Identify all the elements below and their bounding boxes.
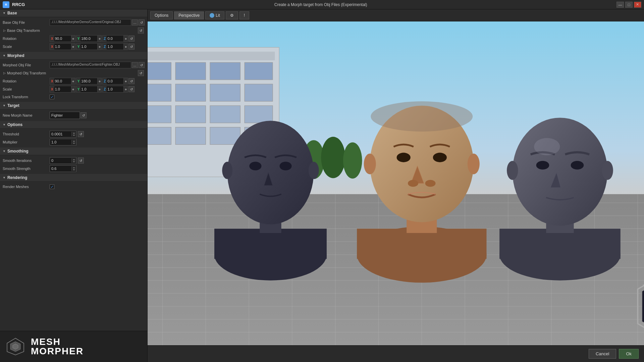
- threshold-down[interactable]: ▼: [72, 134, 76, 136]
- base-scale-reset[interactable]: ↺: [128, 44, 135, 50]
- ok-button[interactable]: Ok: [619, 349, 639, 359]
- morphed-rotation-z-input[interactable]: [107, 78, 123, 84]
- perspective-button[interactable]: Perspective: [174, 11, 204, 19]
- info-icon: !: [244, 13, 245, 18]
- morphed-obj-file-reset[interactable]: ↺: [139, 62, 145, 68]
- section-target-header[interactable]: ▼ Target: [0, 102, 147, 110]
- minimize-button[interactable]: —: [616, 2, 624, 8]
- section-target-label: Target: [7, 103, 19, 108]
- morphed-transform-triangle: ▷: [3, 71, 6, 75]
- new-morph-name-reset[interactable]: ↺: [80, 112, 87, 118]
- section-morphed-content: Morphed Obj File ././././MeshMorpherDemo…: [0, 60, 147, 102]
- base-scale-y-input[interactable]: [80, 44, 97, 50]
- morphed-scale-x-spin[interactable]: ◆: [71, 86, 75, 92]
- svg-point-82: [571, 161, 584, 170]
- base-rotation-x-input[interactable]: [54, 36, 71, 42]
- new-morph-name-label: New Morph Name: [3, 113, 50, 117]
- smooth-strength-up[interactable]: ▲: [72, 166, 76, 169]
- morphed-scale-y-spin[interactable]: ◆: [97, 86, 101, 92]
- section-smoothing-content: Smooth Iterations 0 ▲ ▼ ↺ Smooth Strengt…: [0, 155, 147, 174]
- smooth-strength-input[interactable]: 0.6: [50, 167, 71, 171]
- section-rendering-header[interactable]: ▼ Rendering: [0, 174, 147, 182]
- close-button[interactable]: ✕: [634, 2, 641, 8]
- morphed-rotation-y-input[interactable]: [80, 78, 97, 84]
- lock-transform-checkbox[interactable]: [50, 95, 54, 99]
- multiplier-input[interactable]: 1.0: [50, 140, 71, 144]
- svg-rect-7: [148, 62, 171, 80]
- svg-rect-67: [357, 229, 486, 259]
- morphed-scale-y-input[interactable]: [80, 86, 97, 92]
- section-morphed-header[interactable]: ▼ Morphed: [0, 52, 147, 60]
- new-morph-name-input[interactable]: [50, 112, 80, 119]
- morphed-rotation-z-spin[interactable]: ◆: [123, 78, 127, 84]
- base-obj-file-reset[interactable]: ↺: [139, 19, 145, 25]
- my-label: Y: [76, 78, 81, 84]
- svg-point-61: [227, 121, 314, 224]
- section-base-header[interactable]: ▼ Base: [0, 9, 147, 17]
- info-button[interactable]: !: [239, 11, 249, 19]
- base-scale-z-input[interactable]: [107, 44, 123, 50]
- svg-rect-5: [148, 52, 275, 60]
- brand-line1: MESH: [31, 337, 84, 347]
- morphed-rotation-x-spin[interactable]: ◆: [71, 78, 75, 84]
- z-label2: Z: [103, 44, 107, 50]
- morphed-scale-x-input[interactable]: [54, 86, 71, 92]
- x-label2: X: [50, 44, 54, 50]
- base-scale-z-spin[interactable]: ◆: [123, 44, 127, 50]
- threshold-reset[interactable]: ↺: [78, 131, 84, 137]
- base-transform-reset[interactable]: ↺: [138, 27, 144, 34]
- base-rotation-z-input[interactable]: [107, 36, 123, 42]
- base-rotation-reset[interactable]: ↺: [128, 36, 135, 42]
- lit-button[interactable]: Lit: [205, 11, 224, 19]
- smooth-strength-spinbox: 0.6 ▲ ▼: [50, 165, 76, 172]
- base-rotation-z-spin[interactable]: ◆: [123, 36, 127, 42]
- morphed-scale-z-spin[interactable]: ◆: [123, 86, 127, 92]
- multiplier-up[interactable]: ▲: [72, 140, 76, 142]
- smooth-iterations-input[interactable]: 0: [50, 159, 71, 163]
- settings-button[interactable]: ⚙: [226, 11, 238, 19]
- morphed-obj-file-input[interactable]: ././././MeshMorpherDemo/Content/Fighter.…: [50, 62, 131, 68]
- morphed-scale-z-input[interactable]: [107, 86, 123, 92]
- threshold-spinbox: 0.0001 ▲ ▼: [50, 131, 76, 137]
- base-transform-header[interactable]: ▷ Base Obj Transform ↺: [3, 26, 145, 35]
- section-smoothing-header[interactable]: ▼ Smoothing: [0, 147, 147, 155]
- svg-rect-18: [175, 106, 206, 123]
- morphed-rotation-x-input[interactable]: [54, 78, 71, 84]
- morphed-rotation-y-spin[interactable]: ◆: [97, 78, 101, 84]
- base-obj-file-input[interactable]: ././././MeshMorpherDemo/Content/Original…: [50, 19, 131, 26]
- svg-rect-59: [214, 229, 327, 259]
- lock-transform-label: Lock Transform: [3, 95, 50, 99]
- morphed-scale-y-item: Y ◆: [76, 86, 102, 93]
- left-panel: ▼ Base Base Obj File ././././MeshMorpher…: [0, 9, 148, 362]
- options-button[interactable]: Options: [150, 11, 173, 19]
- base-scale-y-spin[interactable]: ◆: [97, 44, 101, 50]
- base-scale-x-spin[interactable]: ◆: [71, 44, 75, 50]
- smooth-iterations-up[interactable]: ▲: [72, 158, 76, 161]
- viewport-canvas[interactable]: X Y Z ★ ★ EPIC: [148, 21, 644, 345]
- app-logo: R: [3, 1, 9, 8]
- y-label2: Y: [76, 44, 81, 50]
- morphed-obj-file-browse[interactable]: …: [132, 62, 138, 68]
- morphed-scale-reset[interactable]: ↺: [128, 86, 135, 92]
- smooth-strength-down[interactable]: ▼: [72, 169, 76, 171]
- base-scale-x-input[interactable]: [54, 44, 71, 50]
- morphed-transform-reset[interactable]: ↺: [138, 70, 144, 76]
- base-scale-label: Scale: [3, 45, 50, 49]
- threshold-up[interactable]: ▲: [72, 132, 76, 134]
- multiplier-down[interactable]: ▼: [72, 142, 76, 144]
- morphed-rotation-reset[interactable]: ↺: [128, 78, 135, 84]
- render-meshes-checkbox[interactable]: [50, 184, 54, 189]
- maximize-button[interactable]: □: [625, 2, 633, 8]
- threshold-input[interactable]: 0.0001: [50, 132, 71, 136]
- morphed-transform-header[interactable]: ▷ Morphed Obj Transform ↺: [3, 69, 145, 77]
- smooth-iterations-reset[interactable]: ↺: [78, 158, 84, 164]
- base-scale-row: Scale X ◆ Y ◆ Z ◆: [3, 43, 145, 51]
- section-options-header[interactable]: ▼ Options: [0, 121, 147, 129]
- base-rotation-y-spin[interactable]: ◆: [97, 36, 101, 42]
- smooth-iterations-down[interactable]: ▼: [72, 161, 76, 163]
- cancel-button[interactable]: Cancel: [589, 349, 616, 359]
- base-rotation-x-spin[interactable]: ◆: [71, 36, 75, 42]
- base-rotation-y-input[interactable]: [80, 36, 97, 42]
- base-obj-file-browse[interactable]: …: [132, 19, 138, 25]
- lock-transform-row: Lock Transform: [3, 93, 145, 101]
